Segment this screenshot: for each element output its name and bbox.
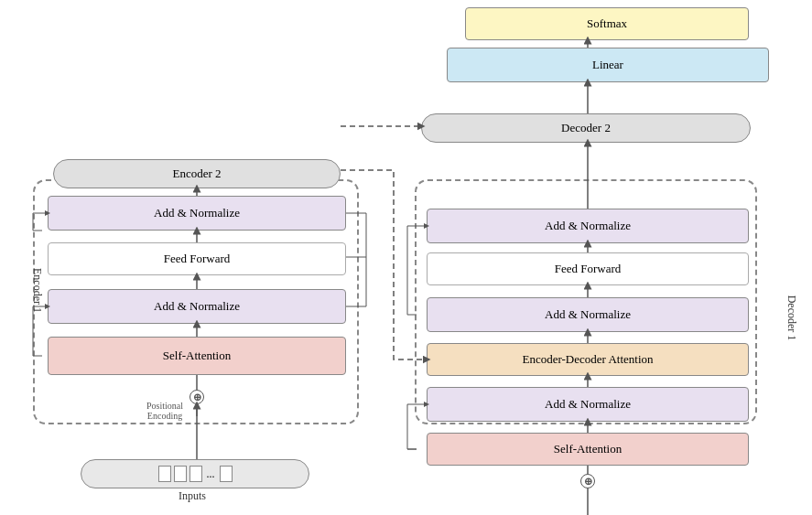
- dec-feed-forward-label: Feed Forward: [555, 262, 622, 276]
- encoder1-label: Encoder 1: [30, 268, 44, 313]
- dec-feed-forward: Feed Forward: [427, 252, 749, 285]
- dec-plus-circle: ⊕: [580, 474, 595, 488]
- dec-add-norm-top-label: Add & Normalize: [545, 219, 631, 233]
- encoder2-box: Encoder 2: [53, 159, 341, 188]
- enc-positional-encoding-label: Positional Encoding: [128, 401, 201, 421]
- encoder2-label: Encoder 2: [172, 166, 221, 181]
- enc-add-norm-bottom-label: Add & Normalize: [154, 299, 240, 314]
- linear-label: Linear: [592, 58, 623, 72]
- decoder1-label: Decoder 1: [785, 295, 798, 341]
- enc-input-tokens: ...: [158, 466, 233, 482]
- softmax-box: Softmax: [465, 7, 749, 40]
- enc-feed-forward-label: Feed Forward: [164, 252, 231, 266]
- diagram-container: Encoder 2 Add & Normalize Feed Forward A…: [0, 0, 812, 515]
- enc-inputs-box: ...: [81, 459, 309, 488]
- enc-inputs-label: Inputs: [179, 489, 206, 503]
- enc-self-attention: Self-Attention: [48, 337, 346, 375]
- dec-self-attention-label: Self-Attention: [554, 442, 622, 456]
- dec-add-norm-mid-label: Add & Normalize: [545, 307, 631, 322]
- enc-add-norm-top-label: Add & Normalize: [154, 206, 240, 220]
- enc-add-norm-bottom: Add & Normalize: [48, 289, 346, 324]
- linear-box: Linear: [447, 48, 769, 82]
- enc-dec-attention-label: Encoder-Decoder Attention: [522, 352, 653, 367]
- dec-add-norm-bottom: Add & Normalize: [427, 387, 749, 422]
- dec-self-attention: Self-Attention: [427, 433, 749, 466]
- enc-add-norm-top: Add & Normalize: [48, 196, 346, 231]
- softmax-label: Softmax: [587, 16, 627, 31]
- decoder2-box: Decoder 2: [421, 113, 751, 143]
- enc-self-attention-label: Self-Attention: [163, 349, 231, 363]
- dec-add-norm-top: Add & Normalize: [427, 209, 749, 243]
- dec-add-norm-mid: Add & Normalize: [427, 297, 749, 332]
- dec-add-norm-bottom-label: Add & Normalize: [545, 397, 631, 412]
- enc-feed-forward: Feed Forward: [48, 242, 346, 275]
- decoder2-label: Decoder 2: [561, 121, 611, 135]
- enc-dec-attention: Encoder-Decoder Attention: [427, 343, 749, 376]
